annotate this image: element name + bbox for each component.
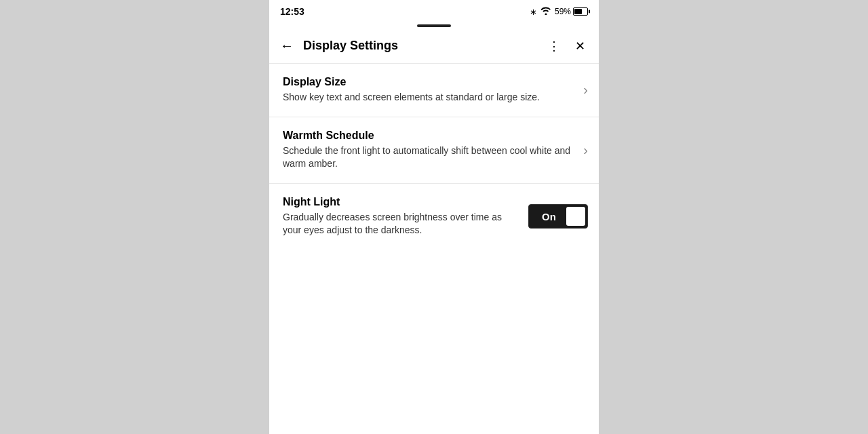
warmth-schedule-title: Warmth Schedule: [283, 130, 572, 142]
battery-container: 59%: [555, 7, 588, 16]
status-icons: ∗ 59%: [530, 6, 588, 17]
wifi-icon: [540, 6, 551, 17]
toggle-thumb: [566, 207, 585, 226]
status-time: 12:53: [280, 6, 304, 17]
battery-fill: [574, 9, 582, 14]
phone-container: 12:53 ∗ 59% ←: [269, 0, 599, 434]
battery-icon: [573, 7, 588, 16]
close-icon: ✕: [575, 39, 585, 54]
toggle-on-label: On: [529, 211, 566, 222]
swipe-handle: [269, 22, 599, 28]
night-light-item: Night Light Gradually decreases screen b…: [269, 184, 599, 249]
page-title: Display Settings: [303, 39, 398, 53]
more-menu-button[interactable]: ⋮: [545, 36, 563, 56]
night-light-toggle-container: On: [528, 204, 588, 229]
header-left: ← Display Settings: [277, 35, 398, 56]
night-light-content: Night Light Gradually decreases screen b…: [283, 196, 528, 237]
display-size-description: Show key text and screen elements at sta…: [283, 91, 572, 104]
battery-text: 59%: [555, 7, 571, 16]
close-button[interactable]: ✕: [572, 36, 588, 56]
display-size-content: Display Size Show key text and screen el…: [283, 76, 583, 104]
night-light-toggle[interactable]: On: [528, 204, 588, 229]
warmth-schedule-content: Warmth Schedule Schedule the front light…: [283, 130, 583, 171]
back-button[interactable]: ←: [277, 35, 296, 56]
status-bar: 12:53 ∗ 59%: [269, 0, 599, 22]
warmth-schedule-item[interactable]: Warmth Schedule Schedule the front light…: [269, 117, 599, 184]
warmth-schedule-description: Schedule the front light to automaticall…: [283, 144, 572, 171]
swipe-handle-bar: [417, 24, 451, 27]
warmth-schedule-chevron-icon: ›: [583, 142, 588, 158]
app-header: ← Display Settings ⋮ ✕: [269, 28, 599, 64]
night-light-title: Night Light: [283, 196, 517, 208]
settings-content: Display Size Show key text and screen el…: [269, 64, 599, 249]
display-size-chevron-icon: ›: [583, 82, 588, 98]
display-size-item[interactable]: Display Size Show key text and screen el…: [269, 64, 599, 117]
display-size-title: Display Size: [283, 76, 572, 88]
back-arrow-icon: ←: [280, 38, 294, 54]
night-light-description: Gradually decreases screen brightness ov…: [283, 211, 517, 237]
more-icon: ⋮: [548, 39, 560, 54]
header-right: ⋮ ✕: [545, 36, 588, 56]
bluetooth-icon: ∗: [530, 7, 537, 17]
empty-area: [269, 249, 599, 434]
